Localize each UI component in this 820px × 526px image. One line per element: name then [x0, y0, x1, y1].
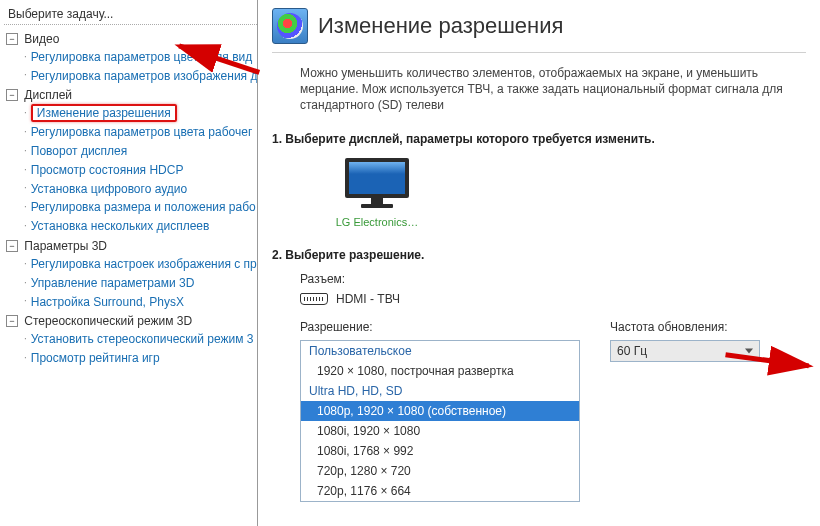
- sidebar-header: Выберите задачу...: [4, 4, 257, 25]
- task-tree: − Видео ·Регулировка параметров цвета дл…: [4, 29, 257, 368]
- listbox-item[interactable]: 1080i, 1768 × 992: [301, 441, 579, 461]
- tree-node-video[interactable]: Видео: [24, 32, 59, 46]
- listbox-item-selected[interactable]: 1080p, 1920 × 1080 (собственное): [301, 401, 579, 421]
- main-panel: Изменение разрешения Можно уменьшить кол…: [258, 0, 820, 526]
- collapse-icon[interactable]: −: [6, 89, 18, 101]
- collapse-icon[interactable]: −: [6, 315, 18, 327]
- tree-link[interactable]: Установить стереоскопический режим 3: [31, 332, 254, 346]
- refresh-rate-select[interactable]: 60 Гц: [610, 340, 760, 362]
- svg-rect-2: [349, 162, 405, 174]
- listbox-item[interactable]: 1920 × 1080, построчная развертка: [301, 361, 579, 381]
- connector-label: Разъем:: [300, 272, 806, 286]
- nvidia-page-icon: [272, 8, 308, 44]
- section-2-heading: 2. Выберите разрешение.: [272, 248, 806, 262]
- tree-link[interactable]: Настройка Surround, PhysX: [31, 294, 184, 308]
- svg-rect-3: [371, 198, 383, 204]
- tree-link[interactable]: Установка нескольких дисплеев: [31, 219, 210, 233]
- tree-node-stereo3d[interactable]: Стереоскопический режим 3D: [24, 314, 192, 328]
- collapse-icon[interactable]: −: [6, 240, 18, 252]
- tree-link[interactable]: Управление параметрами 3D: [31, 276, 195, 290]
- monitor-icon: [341, 156, 413, 212]
- resolution-label: Разрешение:: [300, 320, 580, 334]
- tree-link[interactable]: Регулировка параметров изображения д: [31, 68, 258, 82]
- hdmi-icon: [300, 293, 328, 305]
- page-title: Изменение разрешения: [318, 13, 563, 39]
- tree-link[interactable]: Регулировка размера и положения рабо: [31, 200, 256, 214]
- listbox-group: Ultra HD, HD, SD: [301, 381, 579, 401]
- refresh-rate-value: 60 Гц: [617, 344, 647, 358]
- intro-text: Можно уменьшить количество элементов, от…: [300, 65, 806, 114]
- display-caption: LG Electronics…: [322, 216, 432, 228]
- listbox-item[interactable]: 720p, 1280 × 720: [301, 461, 579, 481]
- display-thumbnail[interactable]: LG Electronics…: [322, 156, 432, 228]
- collapse-icon[interactable]: −: [6, 33, 18, 45]
- sidebar: Выберите задачу... − Видео ·Регулировка …: [0, 0, 258, 526]
- listbox-item[interactable]: 720p, 1176 × 664: [301, 481, 579, 501]
- tree-link[interactable]: Поворот дисплея: [31, 144, 128, 158]
- tree-link[interactable]: Просмотр состояния HDCP: [31, 163, 184, 177]
- section-1-heading: 1. Выберите дисплей, параметры которого …: [272, 132, 806, 146]
- tree-link[interactable]: Просмотр рейтинга игр: [31, 351, 160, 365]
- listbox-group: Пользовательское: [301, 341, 579, 361]
- refresh-rate-label: Частота обновления:: [610, 320, 760, 334]
- tree-link[interactable]: Регулировка параметров цвета для вид: [31, 50, 252, 64]
- tree-link[interactable]: Регулировка настроек изображения с пр: [31, 257, 257, 271]
- tree-link[interactable]: Установка цифрового аудио: [31, 181, 187, 195]
- tree-node-params3d[interactable]: Параметры 3D: [24, 239, 107, 253]
- resolution-listbox[interactable]: Пользовательское 1920 × 1080, построчная…: [300, 340, 580, 502]
- connector-value: HDMI - ТВЧ: [336, 292, 400, 306]
- tree-link-change-resolution[interactable]: Изменение разрешения: [31, 104, 177, 122]
- tree-link[interactable]: Регулировка параметров цвета рабочег: [31, 125, 253, 139]
- svg-rect-4: [361, 204, 393, 208]
- listbox-item[interactable]: 1080i, 1920 × 1080: [301, 421, 579, 441]
- tree-node-display[interactable]: Дисплей: [24, 88, 72, 102]
